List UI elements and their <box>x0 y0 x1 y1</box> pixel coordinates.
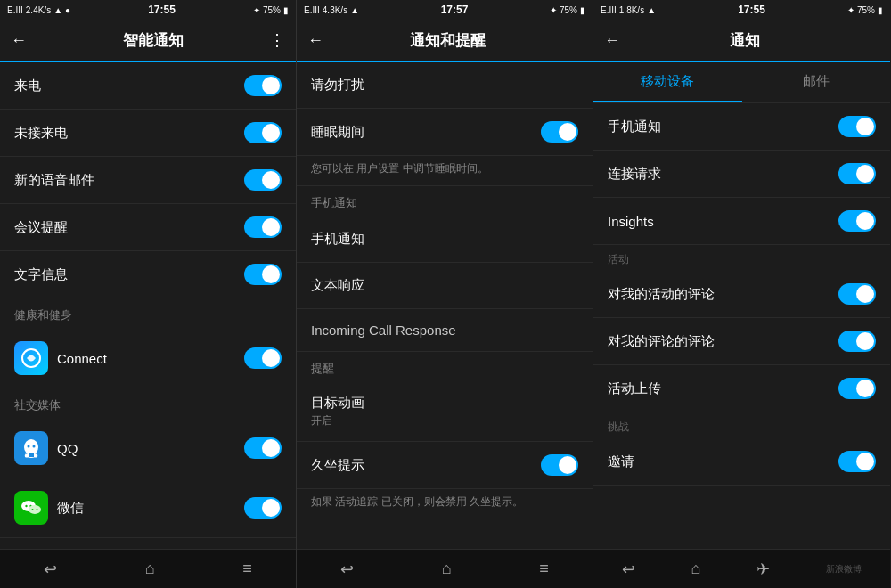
item-text-group: 目标动画 开启 <box>311 395 364 429</box>
toggle-switch[interactable] <box>838 378 876 399</box>
item-label: 来电 <box>14 78 41 94</box>
item-description: 您可以在 用户设置 中调节睡眠时间。 <box>297 156 593 186</box>
signal-icon: ▲ <box>53 5 62 15</box>
list-item: 活动上传 <box>593 365 890 412</box>
panel3-title: 通知 <box>631 30 858 51</box>
toggle-switch[interactable] <box>838 116 876 137</box>
toggle-switch[interactable] <box>838 210 876 232</box>
watermark-label: 新浪微博 <box>808 556 879 583</box>
toggle-switch[interactable] <box>244 437 282 459</box>
speed-text: 1.8K/s <box>619 5 644 15</box>
qq-icon <box>19 436 44 461</box>
list-item: 新的语音邮件 <box>0 157 296 204</box>
item-label: 连接请求 <box>608 166 661 183</box>
panel2-nav-bar: ← 通知和提醒 <box>297 20 593 62</box>
toggle-switch[interactable] <box>244 264 282 285</box>
toggle-switch[interactable] <box>541 454 578 476</box>
item-sublabel: 开启 <box>311 413 364 429</box>
toggle-switch[interactable] <box>244 347 282 369</box>
item-label: 手机通知 <box>608 118 661 135</box>
toggle-switch[interactable] <box>244 75 282 96</box>
list-item: QQ <box>0 419 296 478</box>
signal-icon: ▲ <box>350 5 359 15</box>
panel1: E.III 2.4K/s ▲ ● 17:55 ✦ 75% ▮ ← 智能通知 ⋮ … <box>0 0 297 588</box>
toggle-switch[interactable] <box>838 163 876 184</box>
toggle-switch[interactable] <box>244 216 282 238</box>
list-item: 邀请 <box>593 438 890 486</box>
item-left: QQ <box>14 431 244 465</box>
battery-icon: ▮ <box>283 5 289 15</box>
home-nav-button[interactable]: ⌂ <box>424 552 470 585</box>
list-item: 手机通知 <box>297 216 593 263</box>
back-nav-button[interactable]: ↩ <box>604 552 653 586</box>
panel3: E.III 1.8K/s ▲ 17:55 ✦ 75% ▮ ← 通知 移动设备 邮… <box>593 0 890 588</box>
menu-nav-button[interactable]: ≡ <box>521 552 567 585</box>
menu-nav-button[interactable]: ≡ <box>225 552 270 585</box>
status-time: 17:55 <box>738 4 765 16</box>
item-label: 手机通知 <box>311 231 364 248</box>
panel1-bottom-nav: ↩ ⌂ ≡ <box>0 549 296 588</box>
item-label: QQ <box>57 441 78 456</box>
toggle-switch[interactable] <box>838 331 876 352</box>
panel2-content: 请勿打扰 睡眠期间 您可以在 用户设置 中调节睡眠时间。 手机通知 手机通知 文… <box>297 62 593 549</box>
item-label: 对我的评论的评论 <box>608 333 715 350</box>
item-label: 邀请 <box>608 453 634 470</box>
item-left: 微信 <box>14 491 244 525</box>
connect-app-icon <box>14 341 48 375</box>
share-nav-button[interactable]: ✈ <box>739 552 788 586</box>
item-label: 文本响应 <box>311 277 364 294</box>
wechat-app-icon <box>14 491 48 525</box>
home-nav-button[interactable]: ⌂ <box>127 552 173 585</box>
bt-icon: ✦ <box>847 5 854 15</box>
panel2-back-button[interactable]: ← <box>307 31 323 50</box>
item-label: 微信 <box>57 500 84 517</box>
section-header: 手机通知 <box>297 186 593 216</box>
panel3-back-button[interactable]: ← <box>604 31 620 50</box>
carrier-text: E.III <box>304 5 320 15</box>
bt-icon: ✦ <box>550 5 557 15</box>
panel1-more-button[interactable]: ⋮ <box>269 30 285 50</box>
tab-email[interactable]: 邮件 <box>742 62 891 102</box>
item-label: 睡眠期间 <box>311 124 364 141</box>
list-item: 连接请求 <box>593 151 890 198</box>
item-label: Connect <box>57 351 107 366</box>
panel1-back-button[interactable]: ← <box>11 31 27 50</box>
home-nav-button[interactable]: ⌂ <box>674 552 719 585</box>
toggle-switch[interactable] <box>838 283 876 305</box>
list-item: 睡眠期间 <box>297 109 593 156</box>
svg-point-10 <box>32 509 34 510</box>
status-right: ✦ 75% ▮ <box>550 5 585 15</box>
svg-point-3 <box>33 445 36 448</box>
back-nav-button[interactable]: ↩ <box>26 552 75 586</box>
connect-icon <box>20 347 43 370</box>
toggle-switch[interactable] <box>838 451 876 472</box>
incoming-call-response-row: Incoming Call Response <box>297 309 593 352</box>
toggle-switch[interactable] <box>244 122 282 143</box>
toggle-switch[interactable] <box>244 497 282 519</box>
insights-label: Insights <box>608 214 654 229</box>
list-item: 文字信息 <box>0 251 296 298</box>
item-label: 会议提醒 <box>14 219 68 236</box>
category-label: 挑战 <box>593 412 890 438</box>
toggle-switch[interactable] <box>541 121 578 143</box>
battery-icon: ▮ <box>580 5 585 15</box>
item-label: 久坐提示 <box>311 457 364 474</box>
svg-point-7 <box>25 505 27 507</box>
speed-text: 2.4K/s <box>26 5 51 15</box>
insights-row: Insights <box>593 198 890 245</box>
panel3-content: 手机通知 连接请求 Insights 活动 对我的活动的评论 对我的评论的评论 … <box>593 103 890 549</box>
toggle-switch[interactable] <box>244 169 282 191</box>
panel2-bottom-nav: ↩ ⌂ ≡ <box>297 549 593 588</box>
section-header: 社交媒体 <box>0 388 296 419</box>
item-label: 活动上传 <box>608 380 661 397</box>
status-time: 17:55 <box>148 4 176 16</box>
list-item: 目标动画 开启 <box>297 382 593 442</box>
panel3-tab-bar: 移动设备 邮件 <box>593 62 890 103</box>
panel2-status-bar: E.III 4.3K/s ▲ 17:57 ✦ 75% ▮ <box>297 0 593 20</box>
svg-point-9 <box>29 505 41 514</box>
speed-text: 4.3K/s <box>323 5 347 15</box>
back-nav-button[interactable]: ↩ <box>323 552 372 586</box>
tab-mobile-device[interactable]: 移动设备 <box>593 62 742 102</box>
battery-text: 75% <box>263 5 281 15</box>
battery-icon: ▮ <box>878 5 883 15</box>
